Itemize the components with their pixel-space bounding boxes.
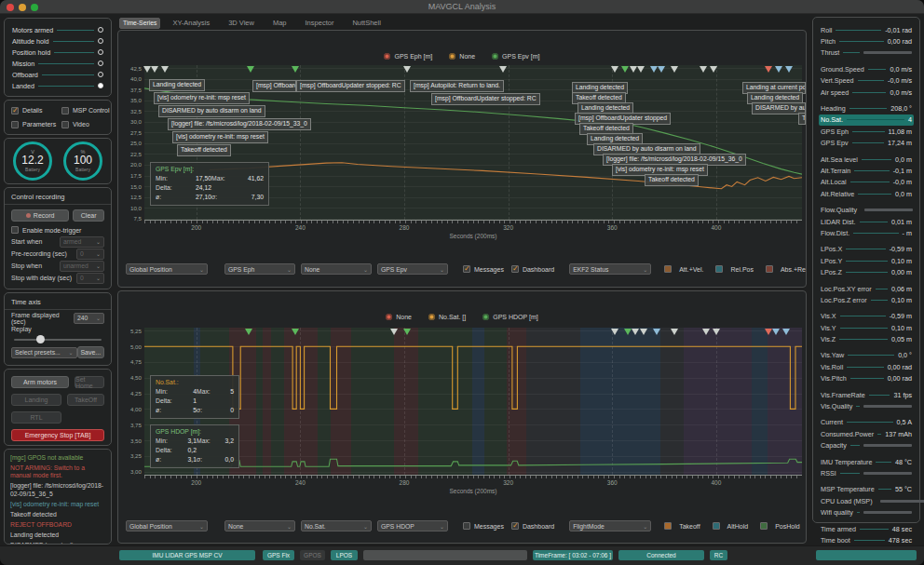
telemetry-row-alt-sea-level[interactable]: Alt.Sea level0,0 m xyxy=(819,154,914,165)
telemetry-row-current[interactable]: Current0,5 A xyxy=(819,417,914,428)
telemetry-row-msp-temperature[interactable]: MSP Temperature55 °C xyxy=(819,484,914,495)
telemetry-row-lpos-z[interactable]: LPos.Z0,00 m xyxy=(819,266,914,277)
takeoff-button[interactable]: TakeOff xyxy=(67,394,104,406)
telemetry-row-vis-quality[interactable]: Vis.Quality xyxy=(819,400,914,411)
telemetry-row-lpos-x[interactable]: LPos.X-0,59 m xyxy=(819,244,914,255)
telemetry-row-ground-speed[interactable]: Ground.Speed0,0 m/s xyxy=(819,63,914,74)
flag-poshold[interactable]: PosHold xyxy=(760,522,799,530)
series-select-none[interactable]: None⌄ xyxy=(301,263,372,275)
dashboard-toggle-checkbox[interactable] xyxy=(511,522,519,530)
flag-att-vel[interactable]: Att.+Vel. xyxy=(664,265,703,273)
series-select-gps-epv[interactable]: GPS Epv⌄ xyxy=(377,263,448,275)
tab-xy-analysis[interactable]: XY-Analysis xyxy=(166,17,216,29)
telemetry-row-thrust[interactable]: Thrust xyxy=(819,47,914,59)
telemetry-row-vis-pitch[interactable]: Vis.Pitch0,00 rad xyxy=(819,373,914,384)
messages-toggle-checkbox[interactable] xyxy=(463,522,470,530)
details-checkbox[interactable] xyxy=(11,107,19,114)
dashboard-toggle[interactable]: Dashboard xyxy=(511,522,554,530)
telemetry-row-vis-roll[interactable]: Vis.Roll0,00 rad xyxy=(819,361,914,372)
telemetry-row-alt-terrain[interactable]: Alt.Terrain-0,1 m xyxy=(819,165,914,176)
takeoff-color-swatch[interactable] xyxy=(664,522,672,530)
emergency-stop-button[interactable]: Emergency Stop [TAB] xyxy=(11,429,104,441)
series-select-global-position[interactable]: Global Position⌄ xyxy=(126,263,208,275)
telemetry-row-lpos-y[interactable]: LPos.Y0,10 m xyxy=(819,255,914,266)
telemetry-row-flow-quality[interactable]: Flow.Quality xyxy=(819,204,914,215)
arm-motors-button[interactable]: Arm motors xyxy=(11,376,69,388)
series-select-gps-hdop[interactable]: GPS HDOP⌄ xyxy=(377,520,448,531)
landing-button[interactable]: Landing xyxy=(11,394,61,406)
mode-trigger-checkbox[interactable] xyxy=(11,226,19,234)
save-preset-button[interactable]: Save... xyxy=(77,346,104,358)
telemetry-row-vis-framerate[interactable]: Vis.FrameRate31 fps xyxy=(819,389,914,400)
telemetry-row-capacity[interactable]: Capacity xyxy=(819,440,914,451)
messages-toggle[interactable]: Messages xyxy=(463,265,504,273)
series-select-none[interactable]: None⌄ xyxy=(224,520,295,531)
telemetry-row-consumed-power[interactable]: Consumed.Power137 mAh xyxy=(819,428,914,439)
telemetry-row-time-boot[interactable]: Time boot478 sec xyxy=(819,534,914,545)
telemetry-row-gps-epv[interactable]: GPS Epv17,24 m xyxy=(819,138,914,149)
althold-color-swatch[interactable] xyxy=(713,522,720,530)
telemetry-row-loc-pos-xy-error[interactable]: Loc.Pos.XY error0,06 m xyxy=(819,283,914,294)
telemetry-row-flow-dist[interactable]: Flow.Dist.- m xyxy=(819,227,914,238)
telemetry-row-wifi-quality[interactable]: Wifi quality xyxy=(819,506,914,518)
stop-when-select[interactable]: unarmed⌄ xyxy=(60,261,104,272)
rtl-button[interactable]: RTL xyxy=(11,411,61,424)
telemetry-row-time-armed[interactable]: Time armed48 sec xyxy=(819,523,914,534)
flag-althold[interactable]: AltHold xyxy=(713,522,749,530)
telemetry-row-alt-local[interactable]: Alt.Local-0,0 m xyxy=(819,177,914,188)
rel-pos-color-swatch[interactable] xyxy=(715,265,723,273)
telemetry-row-gps-eph[interactable]: GPS Eph11,08 m xyxy=(819,126,914,137)
parameters-checkbox[interactable] xyxy=(11,121,19,128)
dashboard-toggle[interactable]: Dashboard xyxy=(511,265,554,273)
series-select-global-position[interactable]: Global Position⌄ xyxy=(126,520,208,531)
telemetry-row-no-sat[interactable]: No.Sat.4 xyxy=(819,114,914,126)
presets-select[interactable]: Select presets...⌄ xyxy=(11,347,77,358)
telemetry-row-vis-yaw[interactable]: Vis.Yaw0,0 ° xyxy=(819,350,914,361)
telemetry-row-vert-speed[interactable]: Vert.Speed-0,0 m/s xyxy=(819,75,914,87)
telemetry-row-vis-y[interactable]: Vis.Y0,10 m xyxy=(819,322,914,333)
replay-slider-thumb[interactable] xyxy=(36,335,45,343)
tab-3d-view[interactable]: 3D View xyxy=(222,17,261,29)
tab-nuttshell[interactable]: NuttShell xyxy=(346,17,387,29)
telemetry-row-loc-pos-z-error[interactable]: Loc.Pos.Z error0,10 m xyxy=(819,294,914,305)
group-select-flightmode[interactable]: FlightMode⌄ xyxy=(569,520,651,531)
att-vel-color-swatch[interactable] xyxy=(664,265,672,273)
telemetry-row-lidar-dist[interactable]: LIDAR Dist.0,01 m xyxy=(819,216,914,227)
stop-with-delay-sec-select[interactable]: 0⌄ xyxy=(76,273,104,284)
msp-control-checkbox[interactable] xyxy=(61,107,69,114)
start-when-select[interactable]: armed⌄ xyxy=(60,236,104,248)
telemetry-row-vis-x[interactable]: Vis.X-0,59 m xyxy=(819,311,914,322)
telemetry-row-alt-relative[interactable]: Alt.Relative0,0 m xyxy=(819,188,914,199)
telemetry-row-imu-temperature[interactable]: IMU Temperature48 °C xyxy=(819,456,914,467)
toggle-msp-control[interactable]: MSP Control xyxy=(61,107,110,114)
tab-inspector[interactable]: Inspector xyxy=(299,17,341,29)
telemetry-row-heading[interactable]: Heading208,0 ° xyxy=(819,102,914,114)
toggle-details[interactable]: Details xyxy=(11,107,61,114)
frame-displayed-select[interactable]: 240⌄ xyxy=(74,313,104,324)
tab-time-series[interactable]: Time-Series xyxy=(119,18,160,29)
series-select-no-sat[interactable]: No.Sat.⌄ xyxy=(301,520,372,531)
set-home-button[interactable]: Set Home xyxy=(75,376,104,388)
toggle-parameters[interactable]: Parameters xyxy=(11,121,61,128)
telemetry-row-air-speed[interactable]: Air speed0,0 m/s xyxy=(819,87,914,98)
telemetry-row-vis-z[interactable]: Vis.Z0,05 m xyxy=(819,333,914,344)
flag-rel-pos[interactable]: Rel.Pos xyxy=(715,265,754,273)
replay-slider[interactable] xyxy=(14,335,102,343)
messages-toggle-checkbox[interactable] xyxy=(463,265,470,273)
messages-toggle[interactable]: Messages xyxy=(463,522,504,530)
telemetry-row-rssi[interactable]: RSSI xyxy=(819,467,914,478)
series-select-gps-eph[interactable]: GPS Eph⌄ xyxy=(224,263,295,275)
telemetry-row-cpu-load-msp[interactable]: CPU Load (MSP) xyxy=(819,495,914,506)
abs-rel-pos-color-swatch[interactable] xyxy=(766,265,773,273)
flag-abs-rel-pos[interactable]: Abs.+Rel.Pos xyxy=(766,265,807,273)
clear-button[interactable]: Clear xyxy=(73,209,104,222)
pre-recording-sec-select[interactable]: 0⌄ xyxy=(76,249,104,260)
tab-map[interactable]: Map xyxy=(266,17,293,29)
record-button[interactable]: Record xyxy=(11,209,69,222)
group-select-ekf2-status[interactable]: EKF2 Status⌄ xyxy=(569,263,651,275)
dashboard-toggle-checkbox[interactable] xyxy=(511,265,519,273)
video-checkbox[interactable] xyxy=(61,121,69,128)
flag-takeoff[interactable]: Takeoff xyxy=(664,522,700,530)
telemetry-row-pitch[interactable]: Pitch0,00 rad xyxy=(819,35,914,47)
poshold-color-swatch[interactable] xyxy=(760,522,768,530)
